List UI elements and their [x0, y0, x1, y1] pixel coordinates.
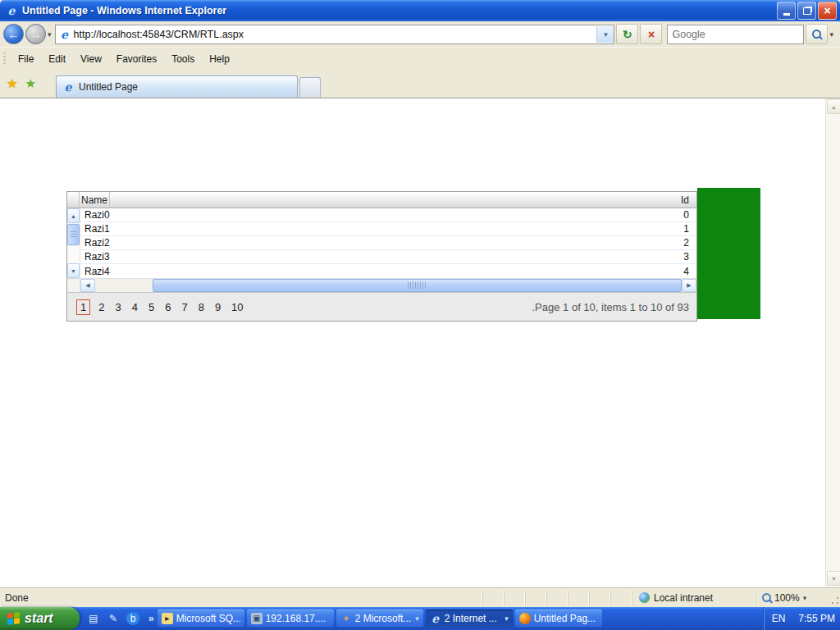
cell-id: 0 — [683, 209, 689, 221]
restore-button[interactable] — [797, 2, 816, 20]
zoom-dropdown-icon[interactable]: ▾ — [803, 594, 807, 602]
vertical-scroll-thumb[interactable] — [67, 224, 80, 245]
scroll-down-icon[interactable]: ▼ — [67, 263, 80, 278]
page-scroll-down-icon[interactable]: ▼ — [827, 571, 840, 586]
table-row[interactable]: Razi22 — [80, 236, 696, 250]
grid-vertical-scrollbar[interactable]: ▲ ▼ — [67, 208, 80, 278]
scroll-up-icon[interactable]: ▲ — [67, 208, 80, 223]
table-row[interactable]: Razi33 — [80, 250, 696, 264]
page-vertical-scrollbar[interactable]: ▲ ▼ — [825, 98, 840, 587]
task-group-dropdown-icon[interactable]: ▾ — [415, 614, 419, 623]
tab-bar: ★ ★ e Untitled Page ⌂ ▾ ▾ ▾ Page ▾ ⚙ Too… — [0, 70, 840, 98]
data-grid: Name Id ▲ ▼ Razi00Razi11Razi22Razi33Razi… — [66, 191, 697, 322]
menu-favorites[interactable]: Favorites — [109, 51, 164, 67]
vertical-scroll-track[interactable] — [67, 246, 80, 263]
minimize-button[interactable] — [777, 2, 796, 20]
start-button[interactable]: start — [0, 607, 80, 630]
page-scroll-up-icon[interactable]: ▲ — [827, 99, 840, 114]
stop-button[interactable]: × — [640, 24, 662, 44]
menu-help[interactable]: Help — [202, 51, 237, 67]
intranet-zone-icon — [639, 592, 650, 603]
menu-view[interactable]: View — [73, 51, 109, 67]
status-pane — [589, 591, 610, 605]
language-indicator[interactable]: EN — [772, 613, 786, 624]
pager-page-8[interactable]: 8 — [194, 300, 208, 314]
scrollbar-corner — [67, 279, 80, 292]
table-row[interactable]: Razi44 — [80, 264, 696, 278]
refresh-icon: ↻ — [623, 28, 632, 41]
cell-name: Razi3 — [84, 251, 110, 262]
pager-page-1[interactable]: 1 — [76, 299, 90, 315]
address-input[interactable]: e http://localhost:45843/CRM/RTL.aspx ▾ — [55, 25, 615, 44]
scroll-left-icon[interactable]: ◀ — [80, 279, 95, 292]
address-dropdown-button[interactable]: ▾ — [596, 26, 614, 43]
zoom-control[interactable]: 100% ▾ — [755, 591, 829, 605]
pager-page-4[interactable]: 4 — [128, 300, 142, 314]
favorites-star-icon[interactable]: ★ — [7, 76, 17, 91]
horizontal-scroll-track[interactable] — [95, 279, 153, 292]
address-url: http://localhost:45843/CRM/RTL.aspx — [74, 29, 597, 40]
column-header-id[interactable]: Id — [656, 192, 696, 208]
menu-tools[interactable]: Tools — [164, 51, 202, 67]
table-row[interactable]: Razi00 — [80, 208, 696, 222]
menu-file[interactable]: File — [11, 51, 41, 67]
task-button[interactable]: e2 Internet ...▾ — [426, 609, 513, 628]
new-tab-button[interactable] — [299, 77, 321, 98]
history-dropdown-icon[interactable]: ▾ — [48, 30, 52, 39]
search-box[interactable] — [667, 25, 804, 44]
show-desktop-button[interactable]: ✎ — [107, 612, 120, 625]
media-app-button[interactable]: b — [126, 612, 139, 625]
system-tray: EN 7:55 PM — [763, 607, 840, 630]
task-button[interactable]: ▸Microsoft SQ... — [158, 609, 244, 628]
horizontal-scroll-thumb[interactable] — [153, 279, 682, 292]
task-button[interactable]: ∗2 Microsoft...▾ — [336, 609, 423, 628]
pager-page-6[interactable]: 6 — [161, 300, 175, 314]
task-button-label: 2 Microsoft... — [355, 613, 412, 624]
restore-icon — [803, 7, 811, 15]
grid-header-filler — [110, 192, 656, 208]
refresh-button[interactable]: ↻ — [616, 24, 638, 44]
grid-header-corner — [67, 192, 80, 208]
column-header-name[interactable]: Name — [80, 192, 110, 208]
grid-header: Name Id — [67, 192, 696, 208]
task-button[interactable]: Untitled Pag... — [515, 609, 602, 628]
menu-edit[interactable]: Edit — [41, 51, 73, 67]
quick-launch-app-button[interactable]: ▤ — [87, 612, 100, 625]
add-favorite-icon[interactable]: ★ — [25, 76, 35, 91]
zone-label: Local intranet — [654, 592, 713, 604]
search-input[interactable] — [668, 28, 803, 41]
forward-button[interactable]: → — [25, 24, 46, 44]
pager-page-5[interactable]: 5 — [144, 300, 158, 314]
tab-label: Untitled Page — [79, 81, 138, 93]
pager-page-10[interactable]: 10 — [227, 300, 247, 314]
search-button[interactable] — [806, 24, 828, 44]
start-label: start — [25, 611, 53, 626]
tab-untitled-page[interactable]: e Untitled Page — [56, 75, 298, 98]
cell-id: 3 — [683, 251, 689, 262]
pager-page-7[interactable]: 7 — [177, 300, 191, 314]
pager-status: .Page 1 of 10, items 1 to 10 of 93 — [532, 301, 696, 313]
close-button[interactable]: × — [818, 2, 837, 20]
search-icon — [812, 30, 821, 39]
table-row[interactable]: Razi11 — [80, 222, 696, 236]
task-button[interactable]: ▣192.168.17.... — [247, 609, 334, 628]
status-pane — [504, 591, 525, 605]
pager-page-3[interactable]: 3 — [111, 300, 125, 314]
pager-page-9[interactable]: 9 — [211, 300, 225, 314]
tab-favicon-icon: e — [62, 80, 75, 94]
task-buttons: ▸Microsoft SQ...▣192.168.17....∗2 Micros… — [158, 609, 602, 628]
pager-page-2[interactable]: 2 — [94, 300, 108, 314]
grid-rows: Razi00Razi11Razi22Razi33Razi44 — [80, 208, 696, 278]
status-text: Done — [0, 592, 482, 604]
zoom-level: 100% — [774, 592, 800, 604]
minimize-icon — [783, 13, 790, 16]
back-button[interactable]: ← — [3, 24, 24, 44]
remote-desktop-icon: ▣ — [251, 613, 262, 624]
cell-name: Razi4 — [84, 266, 110, 277]
grid-horizontal-scrollbar[interactable]: ◀ ▶ — [67, 278, 696, 292]
quick-launch-chevron-icon[interactable]: » — [148, 613, 154, 624]
task-group-dropdown-icon[interactable]: ▾ — [504, 614, 509, 623]
search-dropdown-icon[interactable]: ▾ — [829, 30, 833, 39]
status-pane — [568, 591, 589, 605]
scroll-right-icon[interactable]: ▶ — [682, 279, 696, 292]
